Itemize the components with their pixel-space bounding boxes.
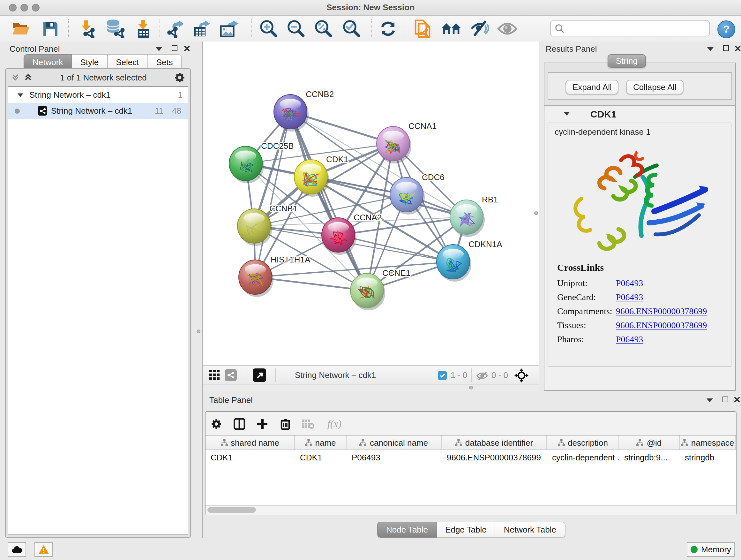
tab-edge-table[interactable]: Edge Table bbox=[437, 522, 495, 538]
table-cell[interactable]: CDK1 bbox=[205, 453, 295, 462]
import-network-database-button[interactable] bbox=[105, 18, 125, 39]
crosslink-link[interactable]: P06493 bbox=[616, 334, 643, 345]
table-cell[interactable]: 9606.ENSP00000378699 bbox=[442, 453, 547, 462]
table-cell[interactable]: P06493 bbox=[347, 453, 442, 462]
panel-menu-icon[interactable] bbox=[156, 47, 162, 51]
delete-table-button[interactable] bbox=[300, 416, 316, 432]
expand-all-button[interactable]: Expand All bbox=[565, 80, 619, 95]
network-node-CDC6[interactable]: CDC6 bbox=[390, 172, 445, 214]
right-splitter-handle[interactable] bbox=[534, 211, 538, 215]
network-node-CCNA1[interactable]: CCNA1 bbox=[377, 121, 436, 164]
column-header-name[interactable]: name bbox=[295, 435, 347, 449]
collapse-all-icon[interactable] bbox=[11, 73, 20, 82]
table-cell[interactable]: stringdb:9... bbox=[619, 453, 680, 462]
float-panel-icon[interactable] bbox=[723, 396, 728, 402]
network-node-CDKN1A[interactable]: CDKN1A bbox=[436, 240, 502, 282]
save-session-button[interactable] bbox=[40, 18, 61, 39]
cloud-status-button[interactable] bbox=[8, 542, 26, 557]
tab-sets[interactable]: Sets bbox=[148, 54, 182, 70]
selected-checkbox-icon[interactable] bbox=[438, 371, 447, 380]
expand-all-icon[interactable] bbox=[23, 73, 32, 82]
close-panel-icon[interactable]: ✕ bbox=[734, 45, 741, 52]
column-header-id[interactable]: @id bbox=[619, 435, 680, 449]
column-header-description[interactable]: description bbox=[547, 435, 619, 449]
network-edge[interactable] bbox=[311, 177, 467, 217]
save-floppy-icon bbox=[42, 20, 59, 37]
show-columns-button[interactable] bbox=[232, 416, 247, 432]
gene-card-header[interactable]: CDK1 bbox=[544, 106, 735, 121]
import-network-file-button[interactable] bbox=[77, 18, 97, 39]
table-cell[interactable]: CDK1 bbox=[295, 453, 347, 462]
collapse-all-button[interactable]: Collapse All bbox=[626, 80, 684, 95]
tab-node-table[interactable]: Node Table bbox=[377, 522, 437, 538]
zoom-selected-button[interactable] bbox=[341, 18, 361, 39]
tab-network[interactable]: Network bbox=[23, 54, 72, 70]
memory-button[interactable]: Memory bbox=[687, 542, 735, 557]
table-row[interactable]: CDK1CDK1P064939606.ENSP00000378699cyclin… bbox=[205, 450, 736, 465]
crosslink-link[interactable]: P06493 bbox=[616, 278, 643, 289]
float-panel-icon[interactable] bbox=[723, 45, 729, 51]
tab-select[interactable]: Select bbox=[108, 54, 148, 70]
export-network-button[interactable] bbox=[166, 18, 187, 39]
home-networks-button[interactable] bbox=[441, 18, 461, 39]
horizontal-splitter-handle[interactable] bbox=[469, 386, 473, 389]
tab-string[interactable]: String bbox=[608, 54, 646, 68]
network-node-RB1[interactable]: RB1 bbox=[450, 195, 498, 237]
network-row-selected[interactable]: String Network – cdk1 11 48 bbox=[8, 103, 188, 119]
function-builder-button[interactable]: f(x) bbox=[324, 416, 345, 432]
float-panel-icon[interactable] bbox=[172, 45, 178, 51]
grid-view-icon[interactable] bbox=[209, 370, 220, 381]
column-header-databaseidentifier[interactable]: database identifier bbox=[442, 435, 547, 449]
column-header-canonicalname[interactable]: canonical name bbox=[347, 435, 442, 449]
warnings-button[interactable] bbox=[35, 542, 53, 557]
collection-disclosure-icon[interactable] bbox=[17, 93, 23, 97]
network-node-CDC25B[interactable]: CDC25B bbox=[229, 141, 294, 183]
tab-style[interactable]: Style bbox=[72, 54, 108, 70]
table-horizontal-scrollbar[interactable] bbox=[205, 505, 736, 515]
crosslink-link[interactable]: 9606.ENSP00000378699 bbox=[616, 320, 707, 331]
crosslink-link[interactable]: P06493 bbox=[616, 293, 643, 303]
node-label-CCNB2: CCNB2 bbox=[306, 89, 334, 99]
network-canvas[interactable]: CCNB2CCNA1CDC25BCDK1CDC6RB1CCNB1CCNA2CDK… bbox=[203, 42, 539, 365]
zoom-in-button[interactable] bbox=[258, 18, 278, 39]
search-input[interactable] bbox=[565, 24, 709, 33]
panel-menu-icon[interactable] bbox=[706, 398, 713, 402]
close-panel-icon[interactable]: ✕ bbox=[733, 396, 741, 403]
scrollbar-thumb[interactable] bbox=[207, 507, 256, 513]
crosslink-link[interactable]: 9606.ENSP00000378699 bbox=[616, 307, 707, 317]
open-session-button[interactable] bbox=[11, 18, 31, 39]
birds-eye-view-icon[interactable] bbox=[253, 368, 266, 382]
network-collection-row[interactable]: String Network – cdk1 1 bbox=[8, 87, 188, 103]
panel-menu-icon[interactable] bbox=[707, 47, 714, 51]
gene-description: cyclin-dependent kinase 1 bbox=[555, 127, 651, 137]
column-header-sharedname[interactable]: shared name bbox=[205, 435, 295, 449]
gear-icon[interactable] bbox=[174, 72, 185, 83]
show-eye-button[interactable] bbox=[497, 18, 518, 39]
title-bar: Session: New Session bbox=[0, 0, 741, 16]
import-table-file-button[interactable] bbox=[133, 18, 153, 39]
refresh-button[interactable] bbox=[378, 18, 398, 39]
document-network-button[interactable] bbox=[412, 18, 433, 39]
add-column-button[interactable] bbox=[255, 416, 270, 432]
vertical-splitter-handle[interactable] bbox=[197, 329, 200, 333]
export-table-button[interactable] bbox=[191, 18, 211, 39]
zoom-fit-icon bbox=[313, 19, 333, 38]
tab-network-table[interactable]: Network Table bbox=[495, 522, 565, 538]
hide-selected-button[interactable] bbox=[470, 18, 490, 39]
table-cell[interactable]: stringdb bbox=[680, 453, 736, 462]
window-title: Session: New Session bbox=[0, 3, 741, 12]
column-header-namespace[interactable]: namespace bbox=[680, 435, 736, 449]
zoom-fit-button[interactable] bbox=[313, 18, 333, 39]
delete-column-button[interactable] bbox=[278, 416, 293, 432]
close-panel-icon[interactable]: ✕ bbox=[183, 45, 191, 52]
zoom-out-button[interactable] bbox=[285, 18, 306, 39]
export-image-button[interactable] bbox=[218, 18, 239, 39]
help-button[interactable]: ? bbox=[718, 20, 735, 38]
table-settings-button[interactable] bbox=[209, 416, 224, 432]
network-share-icon[interactable] bbox=[225, 369, 237, 381]
network-node-CCNB2[interactable]: CCNB2 bbox=[274, 89, 334, 132]
gene-disclosure-icon[interactable] bbox=[563, 112, 570, 116]
network-view[interactable]: CCNB2CCNA1CDC25BCDK1CDC6RB1CCNB1CCNA2CDK… bbox=[203, 42, 539, 365]
table-cell[interactable]: cyclin-dependent ... bbox=[547, 453, 619, 462]
pan-crosshair-icon[interactable] bbox=[515, 368, 529, 382]
